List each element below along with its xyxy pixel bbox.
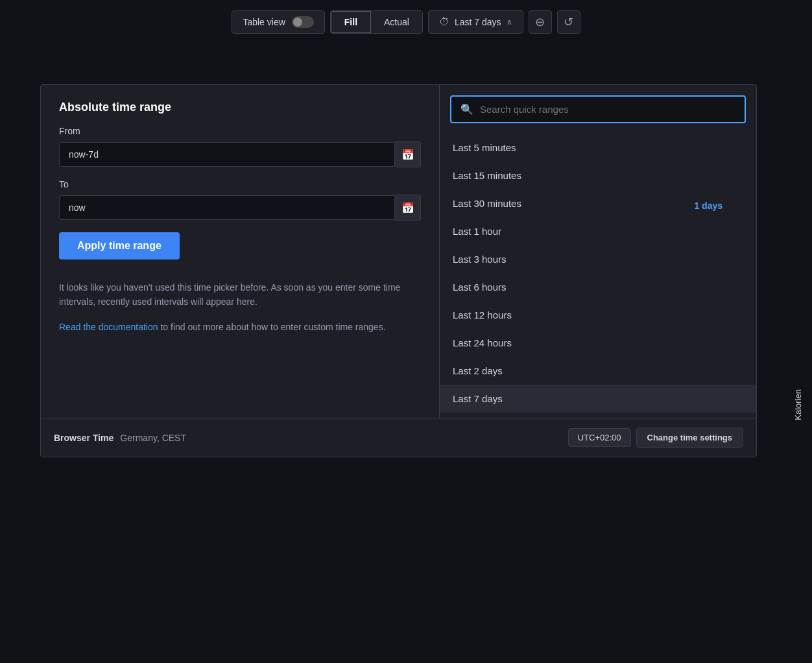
quick-range-item[interactable]: Last 2 days — [440, 357, 756, 385]
time-range-button[interactable]: ⏱ Last 7 days ∧ — [428, 10, 523, 34]
quick-range-item[interactable]: Last 12 hours — [440, 301, 756, 329]
search-icon: 🔍 — [460, 103, 473, 115]
quick-range-item[interactable]: Last 5 minutes — [440, 134, 756, 162]
blue-days-label: 1 days — [694, 200, 722, 211]
quick-range-item[interactable]: Last 15 minutes — [440, 162, 756, 189]
from-calendar-button[interactable]: 📅 — [395, 141, 421, 167]
right-panel: 🔍 Last 5 minutesLast 15 minutesLast 30 m… — [440, 85, 756, 418]
utc-offset-badge: UTC+02:00 — [568, 428, 631, 447]
apply-time-range-button[interactable]: Apply time range — [59, 232, 180, 259]
browser-timezone: Germany, CEST — [120, 433, 186, 443]
popup-footer: Browser Time Germany, CEST UTC+02:00 Cha… — [41, 418, 756, 457]
chevron-up-icon: ∧ — [507, 18, 512, 27]
search-box-wrapper: 🔍 — [440, 85, 756, 128]
from-label: From — [59, 126, 421, 136]
quick-range-item[interactable]: Last 6 hours — [440, 273, 756, 301]
kalorien-label: Kalorien — [793, 389, 803, 420]
quick-range-item[interactable]: Last 1 hour — [440, 217, 756, 245]
time-range-popup: Absolute time range From 📅 To 📅 Apply ti… — [40, 84, 757, 457]
hint-text: It looks like you haven't used this time… — [59, 280, 421, 309]
doc-hint: Read the documentation to find out more … — [59, 320, 421, 334]
fill-actual-group: Fill Actual — [330, 10, 423, 34]
from-input-row: 📅 — [59, 141, 421, 167]
to-input[interactable] — [59, 195, 395, 220]
quick-range-item[interactable]: Last 24 hours — [440, 329, 756, 357]
table-view-toggle[interactable] — [292, 16, 314, 28]
refresh-icon: ↺ — [564, 15, 573, 29]
refresh-button[interactable]: ↺ — [557, 10, 580, 34]
toolbar: Table view Fill Actual ⏱ Last 7 days ∧ ⊖… — [0, 0, 812, 44]
doc-link[interactable]: Read the documentation — [59, 322, 158, 332]
search-box: 🔍 — [450, 95, 746, 123]
browser-time: Browser Time Germany, CEST — [54, 433, 186, 443]
calendar-icon: 📅 — [401, 149, 414, 161]
to-input-row: 📅 — [59, 195, 421, 221]
change-time-settings-button[interactable]: Change time settings — [636, 428, 743, 448]
popup-body: Absolute time range From 📅 To 📅 Apply ti… — [41, 85, 756, 418]
quick-range-list: Last 5 minutesLast 15 minutesLast 30 min… — [440, 128, 756, 418]
left-panel: Absolute time range From 📅 To 📅 Apply ti… — [41, 85, 440, 418]
calendar-icon-to: 📅 — [401, 202, 414, 214]
time-range-label: Last 7 days — [455, 17, 501, 27]
fill-tab[interactable]: Fill — [331, 11, 371, 33]
actual-tab[interactable]: Actual — [371, 11, 422, 33]
from-input[interactable] — [59, 142, 395, 167]
footer-right: UTC+02:00 Change time settings — [568, 428, 743, 448]
table-view-control: Table view — [232, 10, 324, 34]
table-view-label: Table view — [243, 17, 285, 27]
quick-range-item[interactable]: Last 7 days — [440, 385, 756, 413]
quick-range-item[interactable]: Last 3 hours — [440, 245, 756, 273]
browser-time-label: Browser Time — [54, 433, 113, 443]
search-input[interactable] — [480, 104, 735, 115]
zoom-out-icon: ⊖ — [535, 15, 545, 29]
to-calendar-button[interactable]: 📅 — [395, 195, 421, 221]
to-label: To — [59, 179, 421, 189]
clock-icon: ⏱ — [439, 16, 449, 28]
zoom-out-button[interactable]: ⊖ — [529, 10, 552, 34]
section-title: Absolute time range — [59, 101, 421, 114]
